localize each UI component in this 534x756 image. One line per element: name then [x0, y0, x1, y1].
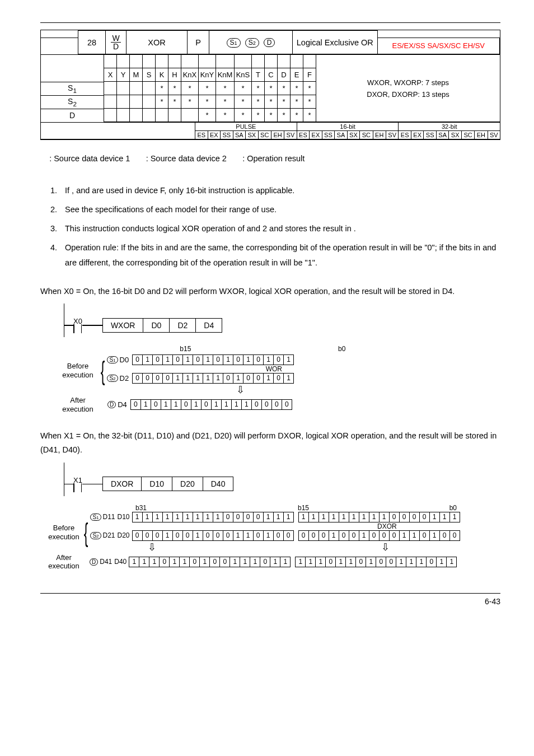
pulse-hdr: PULSE: [195, 123, 297, 131]
b15-label: b15: [107, 345, 193, 353]
wd-cell: WD: [106, 31, 127, 54]
p-cell: P: [188, 31, 209, 54]
instruction-box-2: DXOR D10 D20 D40: [102, 477, 234, 491]
operand-symbols: S1 S2 D: [209, 31, 293, 54]
after-label: After execution: [57, 396, 99, 413]
type-box: S1S2D: [41, 54, 104, 122]
example1-intro: When X0 = On, the 16-bit D0 and D2 will …: [40, 284, 500, 298]
mnem-cell-2: DXOR: [103, 477, 142, 491]
b0-label: b0: [193, 345, 345, 353]
arg1-2: D20: [172, 477, 203, 491]
arg0-2: D10: [142, 477, 172, 491]
bit32-hdr: 32-bit: [399, 123, 500, 131]
arrow-down-icon: ⇩: [236, 384, 245, 396]
function-name: Logical Exclusive OR: [293, 31, 378, 54]
b31-label: b31: [135, 504, 152, 512]
example1-bits: Before execution { b15 b0 S1 D0 01010101…: [57, 345, 500, 396]
s1a: D11: [103, 513, 115, 521]
controllers: ES/EX/SS SA/SX/SC EH/SV: [377, 38, 500, 54]
bit-device-table: WXOR, WXORP: 7 steps DXOR, DXORP: 13 ste…: [104, 54, 500, 122]
operands-line: : Source data device 1 : Source data dev…: [40, 152, 500, 165]
arg2-2: D40: [203, 477, 233, 491]
header-table: 28 WD XOR P S1 S2 D Logical Exclusive OR…: [41, 30, 500, 54]
explanation-list: If , and are used in device F, only 16-b…: [40, 183, 500, 269]
exp-3: This instruction conducts logical XOR op…: [59, 221, 500, 236]
steps-line-1: WXOR, WXORP: 7 steps: [316, 78, 500, 87]
exp-4: Operation rule: If the bits in and are t…: [59, 240, 500, 269]
instruction-box: WXOR D0 D2 D4: [102, 318, 222, 333]
steps-line-2: DXOR, DXORP: 13 steps: [316, 90, 500, 99]
arrow-down-icon-3: ⇩: [381, 541, 390, 553]
arg0: D0: [143, 319, 170, 332]
b15-label-2: b15: [298, 504, 315, 512]
s1-reg: D0: [120, 356, 129, 364]
arg2: D4: [196, 319, 222, 332]
api-number: 28: [78, 31, 106, 54]
blank: [41, 31, 78, 38]
steps-cell: WXOR, WXORP: 7 steps DXOR, DXORP: 13 ste…: [316, 55, 500, 122]
mnemonic-cell: XOR: [127, 31, 188, 54]
dxor-label: DXOR: [314, 522, 460, 530]
d-reg: D4: [118, 400, 127, 409]
mnem-cell: WXOR: [103, 319, 144, 332]
before-label: Before execution: [57, 362, 99, 379]
example1-ladder: X0 WXOR D0 D2 D4: [64, 304, 500, 337]
blank3: [41, 38, 78, 54]
da: D41: [100, 558, 112, 566]
blank2: [377, 31, 500, 38]
db: D40: [114, 558, 127, 566]
api-header-block: 28 WD XOR P S1 S2 D Logical Exclusive OR…: [40, 30, 500, 140]
bit16-hdr: 16-bit: [297, 123, 399, 131]
example2-intro: When X1 = On, the 32-bit (D11, D10) and …: [40, 429, 500, 456]
pulse-table: PULSE 16-bit 32-bit ESEXSSSASXSCEHSVESEX…: [41, 122, 500, 139]
page-footer: 6-43: [40, 593, 500, 606]
example2-ladder: X1 DXOR D10 D20 D40: [64, 463, 500, 496]
exp-1: If , and are used in device F, only 16-b…: [59, 183, 500, 198]
s2-reg: D2: [120, 374, 129, 382]
exp-2: See the specifications of each model for…: [59, 202, 500, 217]
s2b: D20: [118, 531, 130, 539]
b0-label-2: b0: [315, 504, 457, 512]
s1b: D10: [118, 513, 130, 521]
arg1: D2: [170, 319, 196, 332]
s2a: D21: [103, 531, 115, 539]
before-label-2: Before execution: [48, 524, 79, 541]
wor-label: WOR: [202, 365, 345, 373]
after-label-2: After execution: [48, 553, 79, 571]
example2-bits: b31 b15 b0 Before execution { S1 D11 D10…: [46, 504, 500, 571]
arrow-down-icon-2: ⇩: [148, 541, 156, 553]
